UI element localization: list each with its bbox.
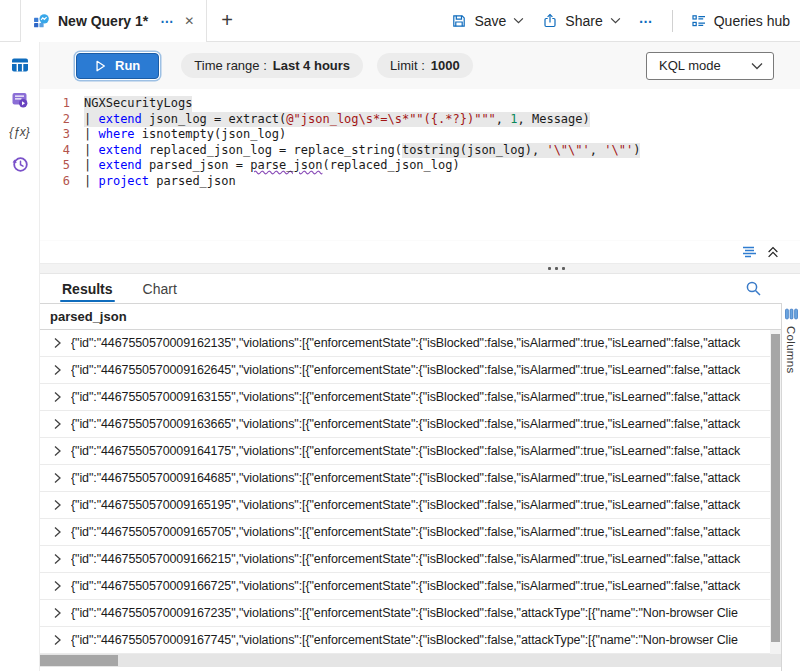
line-number: 2 (40, 112, 70, 128)
saved-queries-icon[interactable] (10, 90, 30, 110)
chevron-down-icon (751, 62, 763, 70)
save-button[interactable]: Save (451, 13, 524, 29)
save-icon (451, 13, 467, 29)
play-icon (95, 60, 106, 72)
row-json-text: {"id":"4467550570009164685","violations"… (71, 471, 769, 485)
queries-hub-button[interactable]: Queries hub (691, 13, 790, 29)
table-row[interactable]: {"id":"4467550570009165195","violations"… (40, 492, 800, 519)
code-token: | (84, 127, 98, 143)
code-line[interactable]: 2| extend json_log = extract(@"json_log\… (40, 112, 800, 128)
tab-close-icon[interactable]: ✕ (184, 14, 194, 28)
expand-chevron-icon[interactable] (53, 499, 71, 511)
query-tab[interactable]: New Query 1* ⋯ ✕ (20, 0, 207, 42)
code-token: extend (98, 143, 141, 159)
table-row[interactable]: {"id":"4467550570009166215","violations"… (40, 546, 800, 573)
line-number: 6 (40, 174, 70, 190)
column-header-parsed-json[interactable]: parsed_json (40, 303, 800, 330)
table-row[interactable]: {"id":"4467550570009163665","violations"… (40, 411, 800, 438)
tab-results[interactable]: Results (60, 274, 115, 303)
table-row[interactable]: {"id":"4467550570009165705","violations"… (40, 519, 800, 546)
row-json-text: {"id":"4467550570009164175","violations"… (71, 444, 769, 458)
code-line[interactable]: 1NGXSecurityLogs (40, 96, 800, 112)
vertical-scrollbar-thumb[interactable] (771, 334, 780, 642)
expand-chevron-icon[interactable] (53, 418, 71, 430)
share-label: Share (565, 13, 602, 29)
code-line[interactable]: 4| extend replaced_json_log = replace_st… (40, 143, 800, 159)
expand-chevron-icon[interactable] (53, 553, 71, 565)
tab-more-icon[interactable]: ⋯ (160, 14, 174, 29)
code-token: isnotempty(json_log) (135, 127, 287, 143)
panel-splitter[interactable] (40, 263, 800, 274)
code-token: , Message) (518, 112, 590, 128)
search-icon[interactable] (745, 280, 762, 297)
horizontal-scrollbar-thumb[interactable] (40, 655, 118, 666)
code-token: | (84, 112, 98, 128)
new-tab-button[interactable]: + (207, 0, 247, 41)
expand-chevron-icon[interactable] (53, 445, 71, 457)
table-row[interactable]: {"id":"4467550570009167235","violations"… (40, 600, 800, 627)
table-row[interactable]: {"id":"4467550570009166725","violations"… (40, 573, 800, 600)
columns-side-panel[interactable]: Columns (781, 303, 800, 671)
vertical-scrollbar[interactable] (770, 330, 781, 654)
left-sidebar: {ƒx} (0, 42, 40, 671)
collapse-panel-icon[interactable] (766, 245, 780, 259)
row-json-text: {"id":"4467550570009162135","violations"… (71, 336, 769, 350)
code-line[interactable]: 6| project parsed_json (40, 174, 800, 190)
queries-hub-icon (691, 13, 707, 29)
table-row[interactable]: {"id":"4467550570009167745","violations"… (40, 627, 800, 654)
row-json-text: {"id":"4467550570009166215","violations"… (71, 552, 769, 566)
table-row[interactable]: {"id":"4467550570009164685","violations"… (40, 465, 800, 492)
columns-icon (785, 308, 798, 320)
code-token: NGXSecurityLogs (84, 96, 192, 112)
code-token: extend (98, 112, 141, 128)
format-lines-icon[interactable] (742, 245, 758, 259)
code-token: parsed_json = (142, 158, 250, 174)
columns-panel-label: Columns (785, 326, 797, 373)
table-row[interactable]: {"id":"4467550570009162645","violations"… (40, 357, 800, 384)
code-line[interactable]: 5| extend parsed_json = parse_json(repla… (40, 158, 800, 174)
limit-pill[interactable]: Limit : 1000 (377, 53, 473, 78)
expand-chevron-icon[interactable] (53, 634, 71, 646)
share-button[interactable]: Share (542, 13, 620, 29)
row-json-text: {"id":"4467550570009163155","violations"… (71, 390, 769, 404)
expand-chevron-icon[interactable] (53, 526, 71, 538)
kql-mode-select[interactable]: KQL mode (646, 52, 774, 80)
tab-chart[interactable]: Chart (141, 274, 179, 303)
expand-chevron-icon[interactable] (53, 580, 71, 592)
row-json-text: {"id":"4467550570009162645","violations"… (71, 363, 769, 377)
table-row[interactable]: {"id":"4467550570009162135","violations"… (40, 330, 800, 357)
expand-chevron-icon[interactable] (53, 337, 71, 349)
time-range-pill[interactable]: Time range : Last 4 hours (181, 53, 363, 78)
code-token: '\"\"' (546, 143, 589, 159)
row-json-text: {"id":"4467550570009166725","violations"… (71, 579, 769, 593)
more-options-button[interactable]: ⋯ (639, 13, 654, 29)
expand-chevron-icon[interactable] (53, 472, 71, 484)
table-row[interactable]: {"id":"4467550570009163155","violations"… (40, 384, 800, 411)
results-tab-bar: Results Chart (40, 274, 800, 303)
results-grid: {"id":"4467550570009162135","violations"… (40, 330, 800, 654)
expand-chevron-icon[interactable] (53, 607, 71, 619)
code-token: , (496, 112, 510, 128)
code-token: | (84, 174, 98, 190)
splitter-handle-icon[interactable] (548, 267, 565, 270)
line-number: 5 (40, 158, 70, 174)
row-json-text: {"id":"4467550570009167745","violations"… (71, 633, 769, 647)
code-token: 1 (510, 112, 517, 128)
table-row[interactable]: {"id":"4467550570009164175","violations"… (40, 438, 800, 465)
code-token: where (98, 127, 134, 143)
code-line[interactable]: 3| where isnotempty(json_log) (40, 127, 800, 143)
run-button[interactable]: Run (76, 53, 159, 79)
code-token: project (98, 174, 149, 190)
query-history-icon[interactable] (10, 154, 30, 174)
code-token: replaced_json_log = replace_string( (142, 143, 402, 159)
functions-icon[interactable]: {ƒx} (9, 125, 30, 139)
query-toolbar: Run Time range : Last 4 hours Limit : 10… (40, 42, 800, 89)
expand-chevron-icon[interactable] (53, 364, 71, 376)
time-range-value: Last 4 hours (273, 58, 350, 73)
horizontal-scrollbar[interactable] (40, 654, 781, 667)
tables-icon[interactable] (10, 55, 30, 75)
row-json-text: {"id":"4467550570009163665","violations"… (71, 417, 769, 431)
expand-chevron-icon[interactable] (53, 391, 71, 403)
query-editor[interactable]: 1NGXSecurityLogs2| extend json_log = ext… (40, 89, 800, 241)
line-number: 3 (40, 127, 70, 143)
